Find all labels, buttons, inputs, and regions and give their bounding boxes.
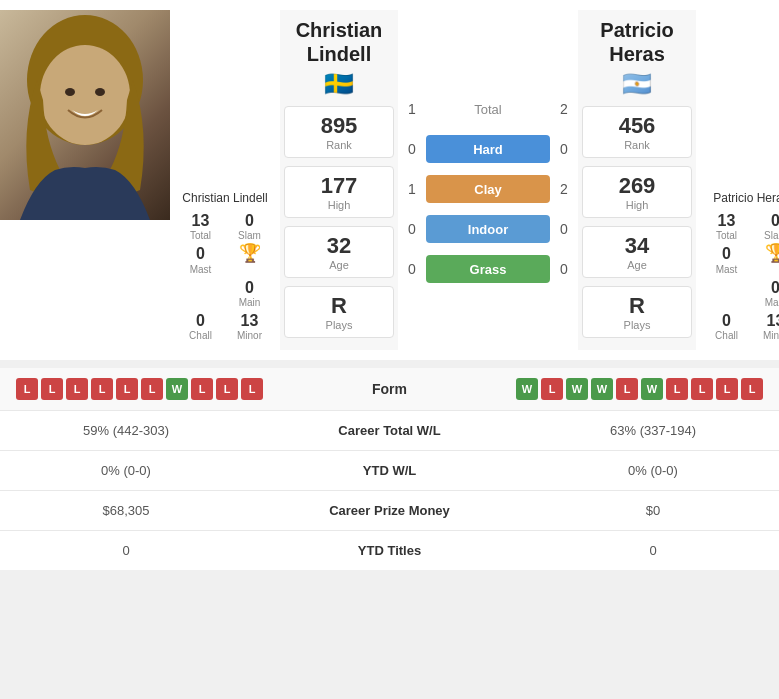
stats-left-2: $68,305 [16,503,236,518]
right-chall-label: Chall [715,330,738,342]
hard-right-score: 0 [550,141,578,157]
clay-badge: Clay [426,175,550,203]
stats-label-2: Career Prize Money [236,503,543,518]
right-trophy-cell: 🏆 [753,244,779,275]
form-badge-l: L [241,378,263,400]
form-badge-w: W [516,378,538,400]
left-age-box: 32 Age [284,226,394,278]
surface-column: 1 Total 2 0 Hard 0 1 Clay 2 0 Indoor 0 0 [398,10,578,350]
clay-left-score: 1 [398,181,426,197]
right-trophy-icon: 🏆 [765,244,780,262]
total-left-score: 1 [398,101,426,117]
left-minor-label: Minor [237,330,262,342]
left-player-stats: Christian Lindell 13 Total 0 Slam 0 Mast… [170,10,280,350]
form-label: Form [330,381,450,397]
page-container: Christian Lindell 13 Total 0 Slam 0 Mast… [0,0,779,570]
right-total-label: Total [716,230,737,242]
stats-label-1: YTD W/L [236,463,543,478]
left-chall-label: Chall [189,330,212,342]
form-badge-l: L [116,378,138,400]
stats-right-2: $0 [543,503,763,518]
right-rank-val: 456 [587,113,687,139]
stats-right-3: 0 [543,543,763,558]
form-badge-l: L [616,378,638,400]
svg-point-3 [95,88,105,96]
indoor-row: 0 Indoor 0 [398,215,578,243]
left-slam-label: Slam [238,230,261,242]
left-mast-cell: 0 Mast [178,244,223,275]
left-mast-val: 0 [196,244,205,263]
form-badge-l: L [141,378,163,400]
right-minor-label: Minor [763,330,779,342]
form-badge-w: W [591,378,613,400]
right-age-val: 34 [587,233,687,259]
right-main-cell: 0 Main [753,278,779,309]
right-rank-box: 456 Rank [582,106,692,158]
left-minor-cell: 13 Minor [227,311,272,342]
left-total-val: 13 [192,211,210,230]
form-badge-l: L [741,378,763,400]
right-chall-val: 0 [722,311,731,330]
stats-row-3: 0YTD Titles0 [0,531,779,570]
left-slam-val: 0 [245,211,254,230]
right-total-cell: 13 Total [704,211,749,242]
clay-row: 1 Clay 2 [398,175,578,203]
hard-left-score: 0 [398,141,426,157]
grass-badge: Grass [426,255,550,283]
left-chall-cell: 0 Chall [178,311,223,342]
left-slam-cell: 0 Slam [227,211,272,242]
form-badge-l: L [691,378,713,400]
form-badge-l: L [66,378,88,400]
left-main-val: 0 [245,278,254,297]
right-main-label: Main [765,297,779,309]
total-label: Total [426,102,550,117]
left-trophy-icon: 🏆 [239,244,261,262]
form-badge-l: L [16,378,38,400]
left-mast-label: Mast [190,264,212,276]
form-badge-l: L [216,378,238,400]
stats-rows-container: 59% (442-303)Career Total W/L63% (337-19… [0,411,779,570]
stats-label-0: Career Total W/L [236,423,543,438]
left-age-val: 32 [289,233,389,259]
left-high-label: High [289,199,389,211]
right-slam-val: 0 [771,211,779,230]
left-total-cell: 13 Total [178,211,223,242]
right-high-label: High [587,199,687,211]
indoor-badge: Indoor [426,215,550,243]
stats-left-1: 0% (0-0) [16,463,236,478]
form-badge-l: L [541,378,563,400]
left-rank-label: Rank [289,139,389,151]
right-plays-val: R [587,293,687,319]
left-player-photo [0,10,170,220]
left-high-val: 177 [289,173,389,199]
hard-row: 0 Hard 0 [398,135,578,163]
left-minor-val: 13 [241,311,259,330]
right-total-val: 13 [718,211,736,230]
totals-row: 1 Total 2 [398,101,578,117]
bottom-section: LLLLLLWLLL Form WLWWLWLLLL 59% (442-303)… [0,368,779,570]
stats-left-0: 59% (442-303) [16,423,236,438]
stats-right-0: 63% (337-194) [543,423,763,438]
stats-row-1: 0% (0-0)YTD W/L0% (0-0) [0,451,779,491]
right-slam-cell: 0 Slam [753,211,779,242]
left-center-stats: Christian Lindell 🇸🇪 895 Rank 177 High 3… [280,10,398,350]
form-badge-l: L [191,378,213,400]
clay-right-score: 2 [550,181,578,197]
left-center-name: Christian Lindell [284,18,394,66]
stats-right-1: 0% (0-0) [543,463,763,478]
right-form-badges: WLWWLWLLLL [450,378,764,400]
form-badge-l: L [91,378,113,400]
form-badge-l: L [41,378,63,400]
form-badge-w: W [566,378,588,400]
left-main-label: Main [239,297,261,309]
right-player-name: Patricio Heras [704,191,779,205]
left-age-label: Age [289,259,389,271]
right-flag: 🇦🇷 [622,70,652,98]
stats-row-0: 59% (442-303)Career Total W/L63% (337-19… [0,411,779,451]
right-plays-box: R Plays [582,286,692,338]
grass-row: 0 Grass 0 [398,255,578,283]
indoor-right-score: 0 [550,221,578,237]
indoor-left-score: 0 [398,221,426,237]
right-mast-cell: 0 Mast [704,244,749,275]
right-rank-label: Rank [587,139,687,151]
